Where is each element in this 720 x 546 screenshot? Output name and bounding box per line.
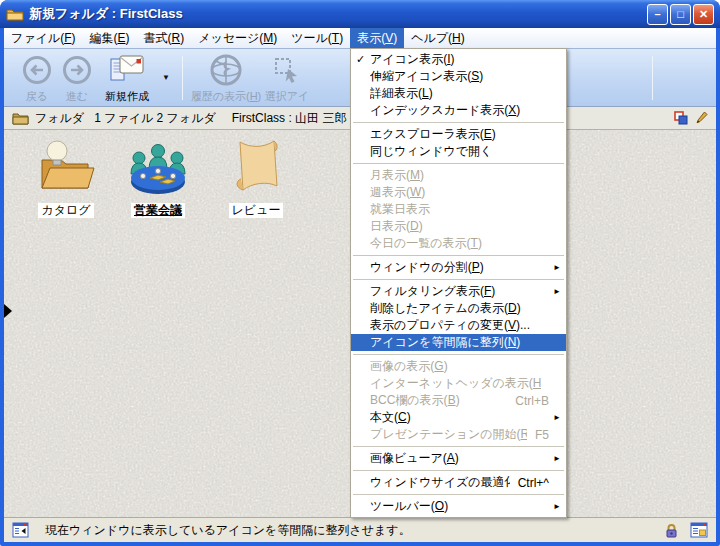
- menu-item-label: 月表示(M): [370, 167, 541, 184]
- menu-item-label: BCC欄の表示(B): [370, 392, 507, 409]
- menu-item-label: 同じウィンドウで開く: [370, 143, 541, 160]
- firstclass-window: 新規フォルダ : FirstClass – □ ✕ ファイル(F)編集(E)書式…: [0, 0, 720, 546]
- back-label: 戻る: [26, 89, 48, 104]
- menu-item-label: 伸縮アイコン表示(S): [370, 68, 541, 85]
- menu-item-shortcut: Ctrl+B: [515, 394, 549, 408]
- view-menu-item[interactable]: フィルタリング表示(F)►: [351, 283, 566, 300]
- submenu-arrow-icon: ►: [553, 413, 566, 422]
- folder-item-meeting[interactable]: 営業会議: [110, 136, 206, 218]
- window-folder-icon: [6, 6, 24, 22]
- menu-item-label: エクスプローラ表示(E): [370, 126, 541, 143]
- toolbar-separator: [652, 56, 653, 100]
- menu-item-label: プレゼンテーションの開始(R): [370, 426, 527, 443]
- menu-item-label: アイコン表示(I): [370, 51, 541, 68]
- toggle-panel-icon[interactable]: [12, 522, 29, 538]
- menu-item-label: 画像の表示(G): [370, 358, 541, 375]
- history-label: 履歴の表示(H): [191, 89, 262, 104]
- select-icons-icon: [271, 52, 303, 88]
- menu-item-label: 削除したアイテムの表示(D): [370, 300, 541, 317]
- forward-circle-icon: [61, 52, 93, 88]
- menu-item-label: インターネットヘッダの表示(H): [370, 375, 541, 392]
- menu-item-label: アイコンを等間隔に整列(N): [370, 334, 541, 351]
- meeting-table-icon: [126, 136, 190, 200]
- menubar-item[interactable]: ファイル(F): [4, 28, 82, 48]
- view-menu-item[interactable]: ツールバー(O)►: [351, 498, 566, 515]
- menubar-item[interactable]: ツール(T): [284, 28, 350, 48]
- menu-item-shortcut: F5: [535, 428, 549, 442]
- folder-item-label: カタログ: [38, 203, 93, 218]
- menu-item-label: 表示のプロパティの変更(V)...: [370, 317, 541, 334]
- menubar-item[interactable]: 編集(E): [82, 28, 136, 48]
- view-menu-item: インターネットヘッダの表示(H): [351, 375, 566, 392]
- menu-item-shortcut: Ctrl+^: [518, 476, 549, 490]
- minimize-button[interactable]: –: [647, 4, 668, 25]
- menubar-item[interactable]: 書式(R): [136, 28, 191, 48]
- menu-separator: [353, 255, 564, 256]
- maximize-button[interactable]: □: [670, 4, 691, 25]
- menu-item-label: ツールバー(O): [370, 498, 541, 515]
- pencil-icon[interactable]: [695, 111, 708, 125]
- view-menu-item[interactable]: インデックスカード表示(X): [351, 102, 566, 119]
- status-bar: 現在ウィンドウに表示しているアイコンを等間隔に整列させます。: [4, 517, 716, 542]
- split-pane-handle-icon[interactable]: [4, 304, 12, 318]
- view-menu-item[interactable]: 詳細表示(L): [351, 85, 566, 102]
- view-menu-item[interactable]: 伸縮アイコン表示(S): [351, 68, 566, 85]
- view-menu-item[interactable]: アイコンを等間隔に整列(N): [351, 334, 566, 351]
- menu-separator: [353, 470, 564, 471]
- view-menu-item[interactable]: エクスプローラ表示(E): [351, 126, 566, 143]
- view-menu-item: 就業日表示: [351, 201, 566, 218]
- menu-separator: [353, 122, 564, 123]
- view-menu-item[interactable]: 削除したアイテムの表示(D): [351, 300, 566, 317]
- submenu-arrow-icon: ►: [553, 454, 566, 463]
- view-menu-item: 週表示(W): [351, 184, 566, 201]
- menubar-item[interactable]: ヘルプ(H): [404, 28, 472, 48]
- view-menu-item: プレゼンテーションの開始(R)F5: [351, 426, 566, 443]
- layers-icon[interactable]: [674, 111, 689, 125]
- view-menu-item: 画像の表示(G): [351, 358, 566, 375]
- view-menu-item[interactable]: 本文(C)►: [351, 409, 566, 426]
- menubar-item[interactable]: メッセージ(M): [191, 28, 284, 48]
- menu-separator: [353, 279, 564, 280]
- menu-separator: [353, 494, 564, 495]
- session-label: FirstClass : 山田 三郎: [232, 110, 347, 127]
- menu-item-label: ウィンドウの分割(P): [370, 259, 541, 276]
- folder-type-label: フォルダ: [35, 110, 84, 127]
- review-document-icon: [224, 136, 288, 200]
- menubar-item[interactable]: 表示(V): [350, 28, 404, 48]
- new-dropdown-arrow-icon[interactable]: ▼: [162, 73, 170, 82]
- menu-item-label: インデックスカード表示(X): [370, 102, 541, 119]
- window-layout-icon[interactable]: [690, 522, 708, 538]
- view-menu-item[interactable]: 同じウィンドウで開く: [351, 143, 566, 160]
- close-button[interactable]: ✕: [693, 4, 714, 25]
- folder-item-review[interactable]: レビュー: [208, 136, 304, 218]
- catalog-folder-icon: [34, 136, 98, 200]
- item-count-label: 1 ファイル 2 フォルダ: [94, 110, 216, 127]
- menu-item-label: ウィンドウサイズの最適化(Z): [370, 474, 510, 491]
- view-menu-item[interactable]: ウィンドウの分割(P)►: [351, 259, 566, 276]
- submenu-arrow-icon: ►: [553, 502, 566, 511]
- folder-item-catalog[interactable]: カタログ: [18, 136, 114, 218]
- select-label: 選択アイ: [265, 89, 310, 104]
- folder-item-label: 営業会議: [131, 203, 185, 218]
- menu-item-label: 詳細表示(L): [370, 85, 541, 102]
- menu-item-label: 画像ビューア(A): [370, 450, 541, 467]
- submenu-arrow-icon: ►: [553, 287, 566, 296]
- new-message-button[interactable]: 新規作成: [96, 52, 158, 104]
- view-menu-item[interactable]: 表示のプロパティの変更(V)...: [351, 317, 566, 334]
- menu-item-label: 今日の一覧の表示(T): [370, 235, 541, 252]
- check-icon: ✓: [351, 53, 370, 66]
- view-menu-item: BCC欄の表示(B)Ctrl+B: [351, 392, 566, 409]
- view-menu-item[interactable]: 画像ビューア(A)►: [351, 450, 566, 467]
- view-menu: ✓アイコン表示(I)伸縮アイコン表示(S)詳細表示(L)インデックスカード表示(…: [350, 48, 567, 518]
- menu-bar: ファイル(F)編集(E)書式(R)メッセージ(M)ツール(T)表示(V)ヘルプ(…: [4, 28, 716, 48]
- view-menu-item[interactable]: ウィンドウサイズの最適化(Z)Ctrl+^: [351, 474, 566, 491]
- menu-separator: [353, 163, 564, 164]
- submenu-arrow-icon: ►: [553, 263, 566, 272]
- new-message-icon: [108, 52, 146, 88]
- history-button: 履歴の表示(H): [190, 52, 262, 104]
- view-menu-item: 今日の一覧の表示(T): [351, 235, 566, 252]
- view-menu-item[interactable]: ✓アイコン表示(I): [351, 51, 566, 68]
- title-bar: 新規フォルダ : FirstClass – □ ✕: [0, 0, 720, 28]
- menu-separator: [353, 446, 564, 447]
- menu-item-label: 日表示(D): [370, 218, 541, 235]
